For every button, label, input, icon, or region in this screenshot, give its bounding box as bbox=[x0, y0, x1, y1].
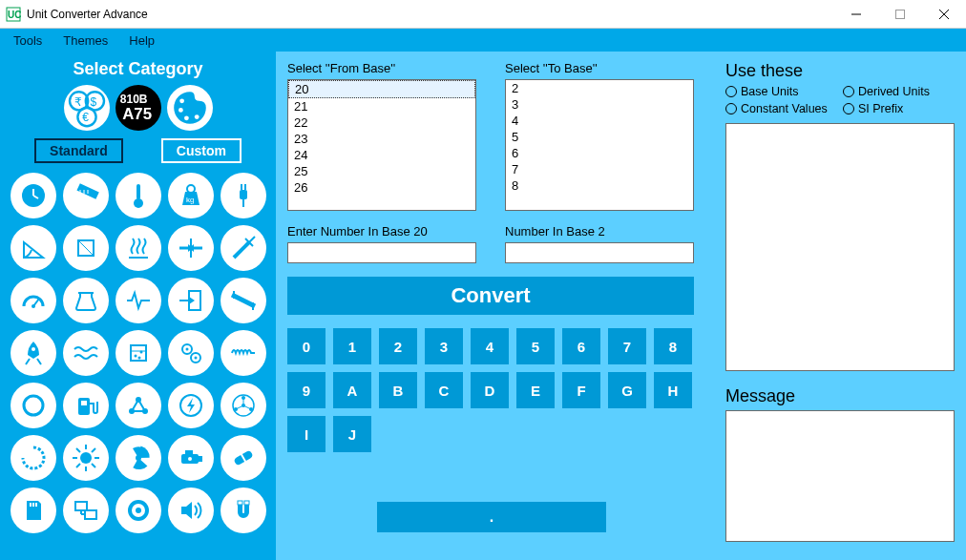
plug-icon[interactable] bbox=[220, 173, 266, 218]
gears-icon[interactable] bbox=[168, 330, 214, 376]
from-option[interactable]: 21 bbox=[288, 98, 475, 114]
maximize-button[interactable] bbox=[878, 0, 922, 28]
from-option[interactable]: 26 bbox=[288, 179, 475, 196]
angle-icon[interactable] bbox=[10, 225, 56, 271]
key-F[interactable]: F bbox=[562, 372, 600, 408]
key-2[interactable]: 2 bbox=[379, 328, 417, 364]
to-option[interactable]: 6 bbox=[506, 145, 693, 161]
key-5[interactable]: 5 bbox=[516, 328, 555, 364]
pulse-icon[interactable] bbox=[116, 278, 161, 323]
computers-icon[interactable] bbox=[63, 487, 109, 533]
menu-help[interactable]: Help bbox=[119, 31, 164, 50]
circle-icon[interactable] bbox=[10, 383, 56, 428]
from-option[interactable]: 22 bbox=[288, 114, 475, 131]
menu-tools[interactable]: Tools bbox=[4, 31, 52, 50]
engine-icon[interactable] bbox=[168, 435, 214, 481]
standard-button[interactable]: Standard bbox=[34, 138, 123, 163]
inductor-icon[interactable] bbox=[220, 330, 266, 376]
radio-constant-values[interactable]: Constant Values bbox=[725, 102, 837, 115]
sidebar: Select Category ₹$€ 810BA75 Standard Cus… bbox=[0, 52, 276, 560]
svg-point-54 bbox=[134, 355, 136, 358]
rocket-icon[interactable] bbox=[10, 330, 56, 376]
sun-icon[interactable] bbox=[63, 435, 109, 481]
sdcard-icon[interactable] bbox=[10, 487, 56, 533]
custom-button[interactable]: Custom bbox=[161, 138, 242, 163]
svg-rect-97 bbox=[35, 503, 37, 507]
key-4[interactable]: 4 bbox=[471, 328, 509, 364]
key-G[interactable]: G bbox=[608, 372, 646, 408]
key-0[interactable]: 0 bbox=[287, 328, 326, 364]
to-option[interactable]: 2 bbox=[506, 80, 693, 96]
key-J[interactable]: J bbox=[333, 416, 371, 452]
key-C[interactable]: C bbox=[425, 372, 463, 408]
key-A[interactable]: A bbox=[333, 372, 371, 408]
beaker-icon[interactable] bbox=[63, 278, 109, 323]
key-D[interactable]: D bbox=[471, 372, 509, 408]
key-B[interactable]: B bbox=[379, 372, 417, 408]
resistor-icon[interactable] bbox=[220, 278, 266, 323]
to-option[interactable]: 5 bbox=[506, 129, 693, 145]
loading-icon[interactable] bbox=[10, 435, 56, 481]
svg-line-41 bbox=[249, 237, 255, 242]
key-9[interactable]: 9 bbox=[287, 372, 326, 408]
from-option[interactable]: 24 bbox=[288, 147, 475, 163]
currency-icon[interactable]: ₹$€ bbox=[64, 85, 110, 131]
to-option[interactable]: 4 bbox=[506, 113, 693, 129]
waves-icon[interactable] bbox=[63, 330, 109, 376]
menu-themes[interactable]: Themes bbox=[53, 31, 117, 50]
key-6[interactable]: 6 bbox=[562, 328, 600, 364]
bolt-circle-icon[interactable] bbox=[168, 383, 214, 428]
svg-rect-25 bbox=[136, 184, 140, 199]
minimize-button[interactable] bbox=[834, 0, 878, 28]
network-icon[interactable] bbox=[220, 383, 266, 428]
key-1[interactable]: 1 bbox=[333, 328, 371, 364]
message-box bbox=[725, 410, 955, 542]
svg-rect-90 bbox=[185, 450, 193, 454]
ruler-icon[interactable] bbox=[63, 173, 109, 218]
svg-rect-105 bbox=[238, 501, 242, 505]
close-button[interactable] bbox=[922, 0, 966, 28]
key-3[interactable]: 3 bbox=[425, 328, 463, 364]
key-8[interactable]: 8 bbox=[654, 328, 692, 364]
key-H[interactable]: H bbox=[654, 372, 692, 408]
enter-number-input[interactable] bbox=[287, 242, 476, 263]
fuel-icon[interactable] bbox=[63, 383, 109, 428]
area-icon[interactable] bbox=[63, 225, 109, 271]
speaker-icon[interactable] bbox=[168, 487, 214, 533]
svg-text:kg: kg bbox=[186, 196, 194, 204]
weight-icon[interactable]: kg bbox=[168, 173, 214, 218]
radio-si-prefix[interactable]: SI Prefix bbox=[843, 102, 955, 115]
to-option[interactable]: 8 bbox=[506, 177, 693, 194]
radiation-icon[interactable] bbox=[116, 435, 161, 481]
magnet-icon[interactable] bbox=[220, 487, 266, 533]
palette-icon[interactable] bbox=[167, 85, 213, 131]
login-icon[interactable] bbox=[168, 278, 214, 323]
heatwave-icon[interactable] bbox=[116, 225, 161, 271]
speedometer-icon[interactable] bbox=[10, 278, 56, 323]
flask-icon[interactable] bbox=[116, 330, 161, 376]
key-E[interactable]: E bbox=[516, 372, 555, 408]
from-base-listbox[interactable]: 20212223242526 bbox=[287, 79, 476, 211]
key-7[interactable]: 7 bbox=[608, 328, 646, 364]
from-option[interactable]: 23 bbox=[288, 131, 475, 147]
compress-icon[interactable] bbox=[168, 225, 214, 271]
clock-icon[interactable] bbox=[10, 173, 56, 218]
to-base-listbox[interactable]: 2345678 bbox=[505, 79, 694, 211]
molecule-icon[interactable] bbox=[116, 383, 161, 428]
pill-icon[interactable] bbox=[220, 435, 266, 481]
to-option[interactable]: 3 bbox=[506, 96, 693, 113]
basenum-icon[interactable]: 810BA75 bbox=[116, 85, 161, 131]
bottom-bar[interactable]: . bbox=[377, 502, 606, 532]
disc-icon[interactable] bbox=[116, 487, 161, 533]
key-I[interactable]: I bbox=[287, 416, 326, 452]
from-option[interactable]: 20 bbox=[288, 80, 475, 98]
radio-base-units[interactable]: Base Units bbox=[725, 85, 837, 98]
thermometer-icon[interactable] bbox=[116, 173, 161, 218]
radio-derived-units[interactable]: Derived Units bbox=[843, 85, 955, 98]
svg-line-68 bbox=[138, 400, 145, 411]
result-number-input[interactable] bbox=[505, 242, 694, 263]
from-option[interactable]: 25 bbox=[288, 163, 475, 179]
to-option[interactable]: 7 bbox=[506, 161, 693, 177]
injection-icon[interactable] bbox=[220, 225, 266, 271]
convert-button[interactable]: Convert bbox=[287, 277, 694, 315]
